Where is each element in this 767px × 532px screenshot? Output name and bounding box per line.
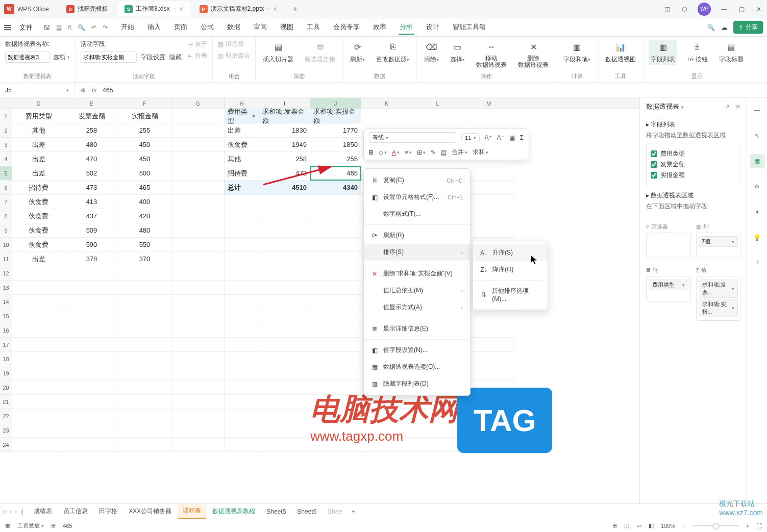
font-select[interactable]: 等线▾ <box>369 132 456 143</box>
cell[interactable]: 450 <box>118 152 171 166</box>
bold-button[interactable]: B <box>369 149 374 156</box>
cell[interactable]: 1830 <box>259 123 310 138</box>
cell[interactable] <box>310 195 361 209</box>
cell[interactable] <box>259 266 310 281</box>
cell[interactable] <box>463 352 514 366</box>
save-icon[interactable]: 🖫 <box>44 24 50 31</box>
cell[interactable] <box>361 438 412 452</box>
cell[interactable] <box>225 438 259 452</box>
user-avatar[interactable]: WP <box>698 3 711 16</box>
cell[interactable] <box>259 438 310 452</box>
active-field-input[interactable] <box>81 52 137 63</box>
cell[interactable]: 509 <box>65 223 118 238</box>
cell[interactable]: 招待费 <box>225 166 259 181</box>
row-header[interactable]: 15 <box>0 309 12 323</box>
menu-tab[interactable]: 效率 <box>372 20 387 35</box>
cell-reference-box[interactable]: J5 ▾ <box>0 83 75 97</box>
preview-icon[interactable]: 🔍 <box>78 24 85 31</box>
row-header[interactable]: 18 <box>0 352 12 366</box>
cell[interactable] <box>225 266 259 281</box>
column-area[interactable]: ▥列 Σ值▾ <box>696 223 741 258</box>
zoom-slider[interactable] <box>693 525 739 526</box>
cell[interactable]: 费用类型 <box>12 109 65 123</box>
menu-tab[interactable]: 页面 <box>173 20 188 35</box>
search-icon[interactable]: 🔍 <box>707 24 715 31</box>
fill-color-button[interactable]: ◇▾ <box>379 149 387 156</box>
plus-minus-button[interactable]: ±+/- 按钮 <box>684 40 710 65</box>
column-header[interactable]: E <box>65 98 118 109</box>
cell[interactable] <box>171 252 225 266</box>
cell[interactable] <box>171 209 225 223</box>
cell[interactable] <box>65 338 118 352</box>
bulb-icon[interactable]: 💡 <box>750 231 764 245</box>
slicer-button[interactable]: ▤插入切片器 <box>261 40 295 65</box>
cell[interactable] <box>259 209 310 223</box>
row-header[interactable]: 6 <box>0 181 12 195</box>
column-header[interactable]: D <box>12 98 65 109</box>
pin-icon[interactable]: ⇗ <box>725 103 730 110</box>
ctx-number-format[interactable]: 数字格式(T)... <box>364 206 470 222</box>
cell[interactable] <box>65 438 118 452</box>
cell[interactable] <box>463 181 514 195</box>
view-normal-icon[interactable]: ⊞ <box>612 522 617 529</box>
cell[interactable] <box>12 338 65 352</box>
cell[interactable] <box>259 195 310 209</box>
border-button[interactable]: ⊞▾ <box>417 149 426 156</box>
cell[interactable] <box>310 395 361 409</box>
hamburger-icon[interactable] <box>4 25 11 30</box>
cell[interactable] <box>310 423 361 438</box>
zoom-in-button[interactable]: + <box>746 523 749 529</box>
cell[interactable] <box>463 309 514 323</box>
column-header[interactable]: F <box>118 98 171 109</box>
cell[interactable] <box>225 395 259 409</box>
row-header[interactable]: 16 <box>0 323 12 338</box>
doc-tab-ppt[interactable]: P 演示文稿素材2.pptx ○ ✕ <box>192 2 285 16</box>
cell[interactable] <box>310 381 361 395</box>
cell[interactable] <box>118 295 171 309</box>
column-header[interactable]: G <box>171 98 225 109</box>
row-header[interactable]: 21 <box>0 395 12 409</box>
cell[interactable] <box>310 352 361 366</box>
cell[interactable] <box>12 309 65 323</box>
cell[interactable] <box>463 423 514 438</box>
ctx-refresh[interactable]: ⟳刷新(R) <box>364 227 470 244</box>
nav-next-icon[interactable]: › <box>15 508 17 515</box>
cell[interactable] <box>171 423 225 438</box>
change-source-button[interactable]: ⎘更改数据源▾ <box>374 40 411 65</box>
cell[interactable] <box>171 138 225 152</box>
row-header[interactable]: 1 <box>0 109 12 123</box>
ctx-hide-list[interactable]: ▥隐藏字段列表(D) <box>364 375 470 392</box>
cell[interactable] <box>12 266 65 281</box>
cell[interactable]: 其他 <box>12 123 65 138</box>
cell[interactable] <box>310 252 361 266</box>
menu-tab[interactable]: 智能工具箱 <box>452 20 487 35</box>
cell[interactable] <box>310 309 361 323</box>
cell[interactable]: 370 <box>118 252 171 266</box>
sheet-tab[interactable]: XXX公司销售额 <box>123 504 177 518</box>
cell[interactable]: 1770 <box>310 123 361 138</box>
view-page-icon[interactable]: ◫ <box>624 522 629 529</box>
cell[interactable] <box>259 252 310 266</box>
cell[interactable]: 255 <box>118 123 171 138</box>
wrap-icon[interactable]: ▤ <box>441 149 447 156</box>
cell[interactable] <box>310 366 361 381</box>
cell[interactable]: 255 <box>310 152 361 166</box>
row-header[interactable]: 4 <box>0 152 12 166</box>
cell[interactable]: 502 <box>65 166 118 181</box>
field-checkbox[interactable]: 费用类型 <box>651 149 736 158</box>
sheet-tab[interactable]: 数据透视表教程 <box>207 504 260 518</box>
cell[interactable] <box>310 338 361 352</box>
row-header[interactable]: 8 <box>0 209 12 223</box>
cell[interactable] <box>310 438 361 452</box>
row-header[interactable]: 24 <box>0 438 12 452</box>
cell[interactable]: 465 <box>310 166 361 181</box>
cell[interactable]: 480 <box>118 223 171 238</box>
cell[interactable] <box>118 281 171 295</box>
increase-font-icon[interactable]: A⁺ <box>485 134 492 141</box>
cell[interactable] <box>171 266 225 281</box>
cell[interactable] <box>361 409 412 423</box>
cell[interactable] <box>310 238 361 252</box>
menu-tab[interactable]: 数据 <box>226 20 241 35</box>
cell[interactable] <box>463 109 514 123</box>
cell[interactable]: 伙食费 <box>12 195 65 209</box>
